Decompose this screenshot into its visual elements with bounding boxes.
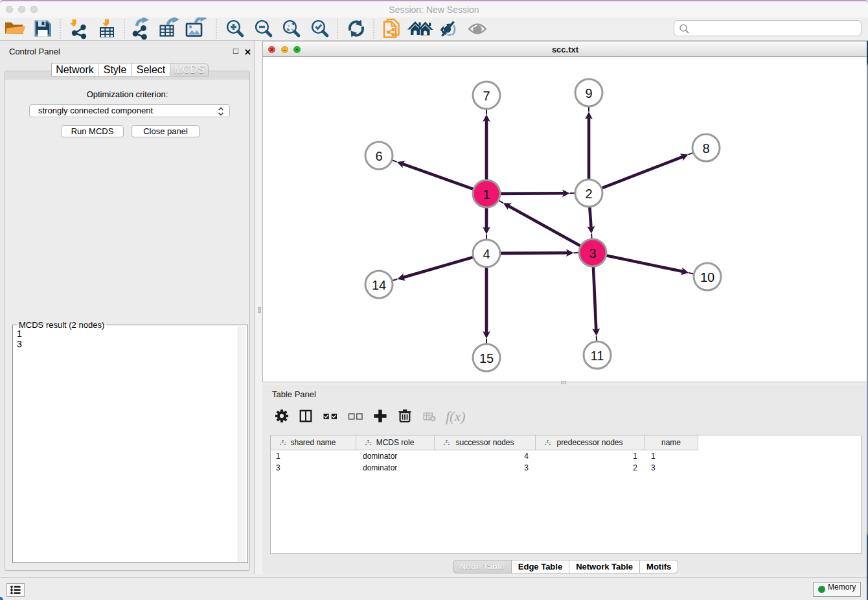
svg-text:1: 1 [483,187,490,202]
svg-text:7: 7 [483,89,490,103]
svg-text:6: 6 [375,149,382,163]
svg-text:9: 9 [585,86,592,100]
svg-text:15: 15 [479,351,494,365]
svg-text:14: 14 [372,278,386,292]
svg-text:f(x): f(x) [446,408,466,424]
svg-text:4: 4 [483,247,490,261]
svg-text:10: 10 [700,270,714,284]
svg-text:3: 3 [589,246,596,260]
svg-text:2: 2 [585,187,592,201]
svg-text:8: 8 [702,141,709,156]
svg-text:11: 11 [591,349,604,363]
